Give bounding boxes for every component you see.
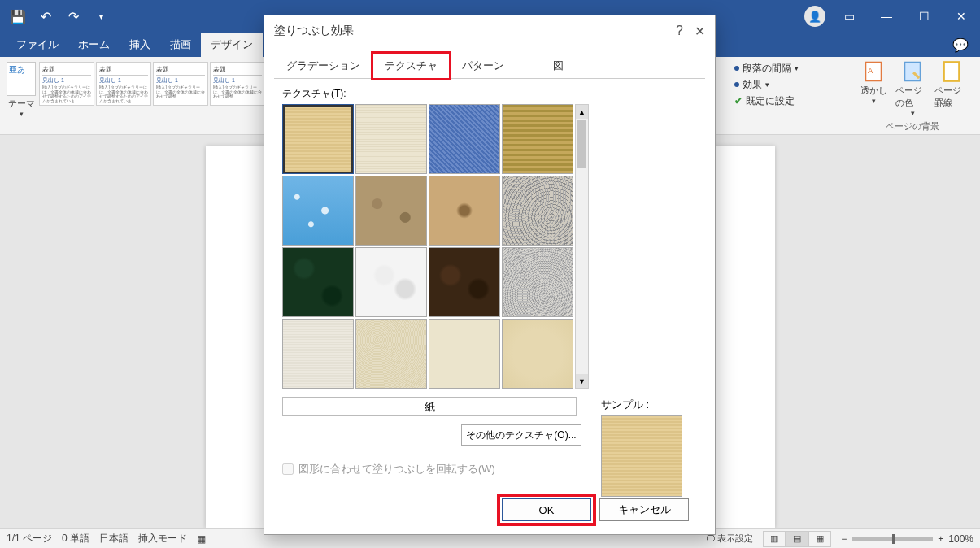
window-close-button[interactable]: ✕ xyxy=(943,0,980,33)
tab-insert[interactable]: 挿入 xyxy=(120,33,160,57)
style-title: 表題 xyxy=(213,65,262,76)
zoom-in-button[interactable]: + xyxy=(938,533,943,545)
spacing-label: 段落の間隔 xyxy=(743,62,791,76)
save-button[interactable]: 💾 xyxy=(7,5,29,28)
rotate-label: 図形に合わせて塗りつぶしを回転する(W) xyxy=(298,462,495,476)
save-icon: 💾 xyxy=(10,9,26,24)
page-color-icon xyxy=(901,60,924,83)
scroll-up-button[interactable]: ▲ xyxy=(576,105,588,119)
zoom-level[interactable]: 100% xyxy=(948,533,973,545)
style-card-2[interactable]: 表題 見出し 1 [挿入] タブのギャラリーには、文書全体の体裁に合わせて調整す… xyxy=(96,62,151,106)
qat-dropdown[interactable]: ▾ xyxy=(89,5,112,28)
style-heading: 見出し 1 xyxy=(99,76,148,85)
style-title: 表題 xyxy=(99,65,148,76)
tab-pattern[interactable]: パターン xyxy=(450,53,516,79)
theme-thumbnail xyxy=(7,62,36,96)
account-avatar[interactable]: 👤 xyxy=(804,6,825,27)
share-button[interactable]: 💬 xyxy=(941,33,980,57)
texture-recycled-paper[interactable] xyxy=(502,247,573,317)
page-color-label: ページの色 xyxy=(895,85,930,109)
texture-white-marble[interactable] xyxy=(355,247,427,317)
texture-papyrus[interactable] xyxy=(282,104,354,174)
page-indicator[interactable]: 1/1 ページ xyxy=(7,532,52,546)
effects-label: 効果 xyxy=(743,78,762,92)
style-title: 表題 xyxy=(42,65,91,76)
texture-stationery[interactable] xyxy=(429,319,500,389)
themes-label: テーマ xyxy=(8,98,35,110)
watermark-icon: A xyxy=(862,60,885,83)
tab-texture[interactable]: テクスチャ xyxy=(372,53,450,79)
style-card-3[interactable]: 表題 見出し 1 [挿入] タブのギャラリーは、文書の全体の体裁に合わせて調整 xyxy=(153,62,208,106)
sample-preview xyxy=(601,415,682,497)
scroll-down-button[interactable]: ▼ xyxy=(576,374,588,388)
redo-button[interactable]: ↷ xyxy=(62,5,85,28)
maximize-button[interactable]: ☐ xyxy=(905,0,943,33)
effects-button[interactable]: 効果▾ xyxy=(734,76,803,93)
texture-brown-marble[interactable] xyxy=(429,247,500,317)
page-borders-button[interactable]: ページ罫線 xyxy=(934,60,969,117)
tab-gradient[interactable]: グラデーション xyxy=(274,53,372,79)
tab-draw[interactable]: 描画 xyxy=(160,33,201,57)
themes-button[interactable]: テーマ ▾ xyxy=(7,62,36,118)
page-color-button[interactable]: ページの色▾ xyxy=(895,60,930,117)
texture-grid xyxy=(282,104,573,389)
svg-text:A: A xyxy=(868,67,873,75)
texture-fish-fossil[interactable] xyxy=(429,176,500,246)
texture-denim[interactable] xyxy=(429,104,500,174)
share-icon: 💬 xyxy=(952,37,969,53)
undo-icon: ↶ xyxy=(41,9,51,24)
tab-design[interactable]: デザイン xyxy=(201,33,263,57)
zoom-controls: − + 100% xyxy=(841,533,973,545)
texture-granite[interactable] xyxy=(502,176,573,246)
minimize-icon: — xyxy=(881,10,892,23)
dialog-buttons: OK キャンセル xyxy=(274,498,689,521)
dialog-help-button[interactable]: ? xyxy=(676,24,683,39)
style-body: [挿入] タブのギャラリーは、文書の全体の体裁に合わせて調整 xyxy=(156,85,205,99)
minimize-button[interactable]: — xyxy=(868,0,905,33)
texture-parchment[interactable] xyxy=(502,319,573,389)
texture-sand[interactable] xyxy=(355,319,427,389)
spacing-icon xyxy=(734,66,739,71)
watermark-button[interactable]: A 透かし▾ xyxy=(856,60,891,117)
texture-scrollbar[interactable]: ▲ ▼ xyxy=(575,104,589,389)
dialog-tabs: グラデーション テクスチャ パターン 図 xyxy=(264,53,715,79)
texture-woven-mat[interactable] xyxy=(502,104,573,174)
texture-canvas[interactable] xyxy=(355,104,427,174)
style-heading: 見出し 1 xyxy=(213,76,262,85)
tab-file[interactable]: ファイル xyxy=(7,33,68,57)
chevron-down-icon: ▾ xyxy=(99,12,103,21)
fill-effects-dialog: 塗りつぶし効果 ? ✕ グラデーション テクスチャ パターン 図 テクスチャ(T… xyxy=(264,15,716,535)
style-title: 表題 xyxy=(156,65,205,76)
style-card-4[interactable]: 表題 見出し 1 [挿入] タブのギャラリーは、文書の全体の体裁に合わせて調整 xyxy=(210,62,265,106)
close-icon: ✕ xyxy=(956,10,966,23)
user-icon: 👤 xyxy=(808,11,821,23)
texture-paper-bag[interactable] xyxy=(355,176,427,246)
word-count[interactable]: 0 単語 xyxy=(62,532,89,546)
paragraph-spacing-button[interactable]: 段落の間隔▾ xyxy=(734,60,803,76)
style-body: [挿入] タブのギャラリーには、文書全体の体裁に合わせて調整するためのアイテムが… xyxy=(99,85,148,103)
style-card-1[interactable]: 表題 見出し 1 [挿入] タブのギャラリーには、文書全体の体裁に合わせて調整す… xyxy=(39,62,94,106)
input-mode[interactable]: 挿入モード xyxy=(138,532,187,546)
ribbon-display-options[interactable]: ▭ xyxy=(830,0,868,33)
tab-picture[interactable]: 図 xyxy=(541,53,576,79)
set-default-button[interactable]: ✔既定に設定 xyxy=(734,93,803,109)
print-layout-button[interactable]: ▤ xyxy=(786,531,808,547)
texture-green-marble[interactable] xyxy=(282,247,354,317)
dialog-close-button[interactable]: ✕ xyxy=(695,24,705,39)
language-indicator[interactable]: 日本語 xyxy=(99,532,128,546)
macro-icon[interactable]: ▦ xyxy=(197,533,206,545)
document-formatting-gallery[interactable]: 表題 見出し 1 [挿入] タブのギャラリーには、文書全体の体裁に合わせて調整す… xyxy=(39,62,265,106)
texture-newsprint[interactable] xyxy=(282,319,354,389)
view-buttons: ▥ ▤ ▦ xyxy=(763,531,831,547)
cancel-button[interactable]: キャンセル xyxy=(599,498,689,521)
read-mode-button[interactable]: ▥ xyxy=(763,531,786,547)
zoom-out-button[interactable]: − xyxy=(841,533,847,545)
undo-button[interactable]: ↶ xyxy=(34,5,57,28)
zoom-slider[interactable] xyxy=(852,537,933,541)
texture-water-droplets[interactable] xyxy=(282,176,354,246)
tab-home[interactable]: ホーム xyxy=(68,33,120,57)
formatting-options: 段落の間隔▾ 効果▾ ✔既定に設定 xyxy=(728,57,809,112)
ok-button[interactable]: OK xyxy=(502,498,591,521)
web-layout-button[interactable]: ▦ xyxy=(808,531,831,547)
other-texture-button[interactable]: その他のテクスチャ(O)... xyxy=(461,424,581,446)
